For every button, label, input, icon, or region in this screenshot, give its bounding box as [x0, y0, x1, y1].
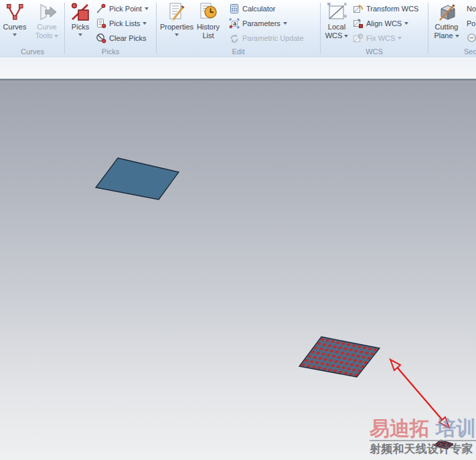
fix-wcs-dropdown-caret [398, 37, 402, 40]
fix-wcs-label: Fix WCS [366, 34, 395, 42]
history-list-button[interactable]: History List [191, 1, 225, 40]
minus-circle-icon [467, 33, 476, 44]
cutting-plane-button[interactable]: Cutting Plane [430, 1, 463, 40]
curves-icon [4, 1, 25, 23]
cutting-plane-label-line2: Plane [434, 31, 459, 40]
ribbon-group-section: Cutting Plane No Po Sect [428, 0, 476, 58]
picks-button-label: Picks [72, 23, 89, 31]
curve-tools-icon [36, 1, 58, 23]
edit-group-label: Edit [157, 48, 320, 56]
ribbon-group-wcs: w u u Local WCS Transform WCS [321, 0, 428, 58]
clear-picks-button[interactable]: Clear Picks [96, 31, 147, 46]
parameters-icon: a [229, 18, 240, 29]
pick-point-dropdown-caret [145, 7, 149, 10]
picks-dropdown-caret [78, 33, 82, 36]
parameters-label: Parameters [242, 19, 281, 27]
align-wcs-label: Align WCS [366, 19, 402, 27]
history-list-icon [197, 1, 219, 23]
calculator-label: Calculator [242, 5, 276, 13]
parametric-update-button[interactable]: Parametric Update [229, 31, 304, 46]
picks-icon [70, 1, 91, 23]
transform-wcs-button[interactable]: Transform WCS [353, 1, 418, 16]
local-wcs-icon: w u u [326, 1, 347, 23]
clear-picks-icon [96, 33, 106, 44]
section-minus-button[interactable] [467, 31, 476, 46]
parametric-update-label: Parametric Update [242, 34, 304, 42]
align-wcs-button[interactable]: Align WCS [353, 16, 408, 31]
calculator-button[interactable]: Calculator [229, 1, 276, 16]
application-window: Curves Curve Tools Curves [0, 0, 476, 460]
curves-dropdown-caret [13, 33, 17, 36]
section-truncated-label-mid: Po [467, 19, 475, 27]
section-truncated-label-top: No [467, 5, 476, 13]
picks-button[interactable]: Picks [66, 1, 95, 36]
cutting-plane-dropdown-caret [455, 35, 459, 37]
history-list-label-line2: List [202, 31, 214, 40]
red-double-arrow [390, 360, 449, 428]
svg-text:a: a [233, 20, 236, 27]
section-truncated-button-mid[interactable]: Po [467, 16, 475, 31]
curves-button-label: Curves [3, 23, 27, 31]
properties-dropdown-caret [175, 33, 179, 36]
properties-button[interactable]: Properties [161, 1, 193, 36]
cutting-plane-label-line1: Cutting [435, 23, 459, 31]
curve-tools-label-line2: Tools [35, 31, 59, 40]
curve-tools-dropdown-caret [54, 35, 58, 37]
properties-button-label: Properties [160, 23, 193, 31]
transform-wcs-icon [353, 3, 364, 14]
viewport-canvas [0, 80, 476, 460]
fix-wcs-icon [353, 33, 364, 44]
align-wcs-icon [353, 18, 364, 29]
curves-group-label: Curves [0, 48, 65, 56]
curves-button[interactable]: Curves [0, 1, 29, 36]
section-truncated-button-top[interactable]: No [467, 1, 476, 16]
pick-point-button[interactable]: Pick Point [96, 1, 149, 16]
parametric-update-icon [229, 33, 240, 44]
history-list-label-line1: History [197, 23, 220, 31]
curve-tools-button[interactable]: Curve Tools [31, 1, 63, 40]
parameters-dropdown-caret [283, 22, 287, 25]
picks-group-label: Picks [65, 48, 156, 56]
pick-lists-dropdown-caret [143, 22, 147, 25]
align-wcs-dropdown-caret [404, 22, 408, 25]
pick-point-label: Pick Point [109, 5, 142, 13]
pick-lists-button[interactable]: Pick Lists [96, 16, 147, 31]
wcs-group-label: WCS [321, 48, 428, 56]
transform-wcs-label: Transform WCS [366, 5, 418, 13]
properties-icon [166, 1, 187, 23]
curve-tools-label-line1: Curve [37, 23, 56, 31]
viewport-3d[interactable]: 易迪拓 培训 射频和天线设计专家 [0, 80, 476, 460]
parameters-button[interactable]: a Parameters [229, 16, 287, 31]
local-wcs-button[interactable]: w u u Local WCS [322, 1, 351, 40]
section-group-label: Sect [428, 48, 476, 56]
pick-lists-label: Pick Lists [109, 19, 140, 27]
cutting-plane-icon [436, 1, 457, 23]
ribbon-group-curves: Curves Curve Tools Curves [0, 0, 65, 58]
sheet-plane-object[interactable] [96, 158, 179, 200]
svg-text:u: u [344, 13, 347, 18]
fix-wcs-button[interactable]: Fix WCS [353, 31, 402, 46]
clear-picks-label: Clear Picks [109, 34, 147, 42]
meshed-plane-object[interactable] [299, 337, 380, 377]
small-meshed-object[interactable] [434, 440, 453, 449]
pick-point-icon [96, 3, 106, 14]
local-wcs-label-line1: Local [328, 23, 345, 31]
pick-lists-icon [96, 18, 106, 29]
local-wcs-label-line2: WCS [325, 31, 349, 40]
ribbon-group-picks: Picks Pick Point [65, 0, 156, 58]
ribbon-group-edit: Properties History List [157, 0, 320, 58]
svg-text:u: u [344, 1, 347, 6]
svg-text:w: w [327, 1, 331, 6]
ribbon: Curves Curve Tools Curves [0, 0, 476, 58]
local-wcs-dropdown-caret [344, 35, 348, 37]
toolbar-spacer [0, 58, 476, 78]
calculator-icon [229, 3, 240, 14]
